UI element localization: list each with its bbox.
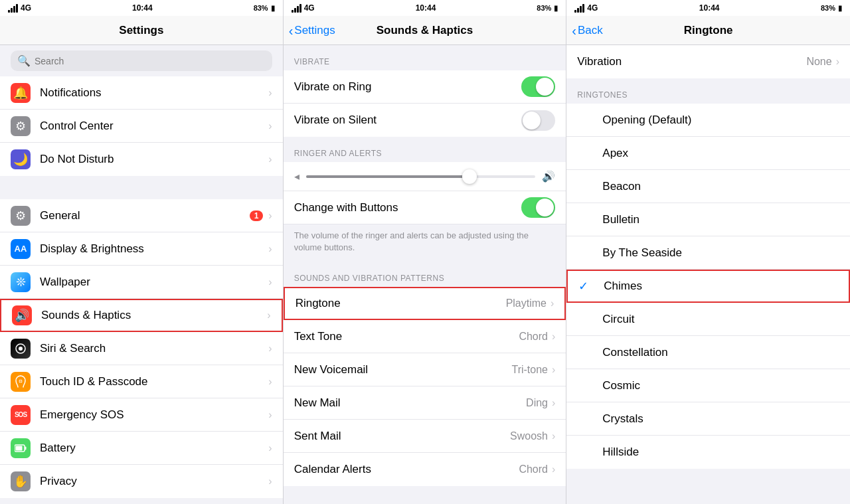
touch-id-chevron: › xyxy=(268,376,272,388)
sidebar-item-siri-search[interactable]: Siri & Search › xyxy=(0,332,283,365)
privacy-icon: ✋ xyxy=(11,471,31,491)
battery-icon-3: ▮ xyxy=(838,4,842,13)
sidebar-item-notifications[interactable]: 🔔 Notifications › xyxy=(0,76,283,110)
ringtone-item-chimes[interactable]: ✓ Chimes xyxy=(566,270,850,303)
sidebar-item-control-center[interactable]: ⚙ Control Center › xyxy=(0,110,283,143)
ringtone-label-circuit: Circuit xyxy=(602,313,839,326)
new-voicemail-label: New Voicemail xyxy=(294,363,512,377)
ringtone-item-bulletin[interactable]: Bulletin xyxy=(566,203,850,236)
ringtone-item-constellation[interactable]: Constellation xyxy=(566,336,850,369)
sounds-haptics-back-button[interactable]: ‹ Settings xyxy=(289,24,335,37)
ringer-section-label: RINGER AND ALERTS xyxy=(284,137,566,162)
ringtone-item-by-the-seaside[interactable]: By The Seaside xyxy=(566,236,850,270)
sounds-haptics-chevron: › xyxy=(267,309,270,321)
patterns-section-label: SOUNDS AND VIBRATION PATTERNS xyxy=(284,262,566,287)
ringtone-item-crystals[interactable]: Crystals xyxy=(566,402,850,436)
change-with-buttons-row[interactable]: Change with Buttons xyxy=(284,191,566,224)
new-mail-chevron: › xyxy=(552,397,555,409)
sidebar-item-wallpaper[interactable]: ❊ Wallpaper › xyxy=(0,266,283,299)
patterns-group: Ringtone Playtime › Text Tone Chord › Ne… xyxy=(284,287,566,486)
change-with-buttons-label: Change with Buttons xyxy=(294,201,398,214)
new-voicemail-chevron: › xyxy=(552,364,555,376)
general-icon: ⚙ xyxy=(11,206,31,226)
ringtone-item-hillside[interactable]: Hillside xyxy=(566,436,850,469)
ringtones-section-label: RINGTONES xyxy=(566,78,850,104)
ringer-slider-track[interactable] xyxy=(306,175,536,178)
general-badge: 1 xyxy=(250,210,264,221)
sounds-haptics-nav-bar: ‹ Settings Sounds & Haptics xyxy=(284,16,566,45)
ringtone-back-button[interactable]: ‹ Back xyxy=(572,24,602,37)
signal-icon xyxy=(8,4,18,13)
ringer-slider-row[interactable]: ◂ 🔊 xyxy=(284,162,566,191)
sounds-haptics-label: Sounds & Haptics xyxy=(41,309,267,322)
vibration-row[interactable]: Vibration None › xyxy=(566,45,850,78)
control-center-icon: ⚙ xyxy=(11,116,31,136)
settings-nav-bar: Settings xyxy=(0,16,283,45)
ringer-group: ◂ 🔊 Change with Buttons xyxy=(284,162,566,224)
wallpaper-chevron: › xyxy=(268,276,272,288)
battery-icon-1: ▮ xyxy=(271,4,275,13)
sidebar-item-sounds-haptics[interactable]: 🔊 Sounds & Haptics › xyxy=(0,299,283,332)
calendar-alerts-pattern-row[interactable]: Calendar Alerts Chord › xyxy=(284,453,566,486)
status-bar-2: 4G 10:44 83% ▮ xyxy=(284,0,566,16)
control-center-chevron: › xyxy=(268,120,272,132)
vibrate-on-silent-toggle[interactable] xyxy=(521,110,555,131)
calendar-alerts-value: Chord xyxy=(519,463,548,475)
notifications-label: Notifications xyxy=(40,86,268,100)
ringtone-label-chimes: Chimes xyxy=(604,280,838,293)
new-voicemail-pattern-row[interactable]: New Voicemail Tri-tone › xyxy=(284,353,566,386)
new-mail-value: Ding xyxy=(526,397,548,409)
emergency-sos-label: Emergency SOS xyxy=(40,408,268,422)
vibrate-section-label: VIBRATE xyxy=(284,45,566,70)
battery-pct-2: 83% xyxy=(537,4,551,12)
text-tone-label: Text Tone xyxy=(294,330,519,343)
ringtone-item-apex[interactable]: Apex xyxy=(566,137,850,170)
touch-id-label: Touch ID & Passcode xyxy=(40,375,268,388)
vibrate-on-silent-row[interactable]: Vibrate on Silent xyxy=(284,104,566,137)
wallpaper-label: Wallpaper xyxy=(40,276,268,289)
sent-mail-pattern-row[interactable]: Sent Mail Swoosh › xyxy=(284,420,566,453)
wallpaper-icon: ❊ xyxy=(11,272,31,292)
battery-label: Battery xyxy=(40,442,268,455)
sidebar-item-emergency-sos[interactable]: SOS Emergency SOS › xyxy=(0,398,283,432)
sidebar-item-display-brightness[interactable]: AA Display & Brightness › xyxy=(0,232,283,266)
do-not-disturb-label: Do Not Disturb xyxy=(40,153,268,166)
do-not-disturb-chevron: › xyxy=(268,153,272,165)
ringtone-label-constellation: Constellation xyxy=(602,346,839,359)
status-right-3: 83% ▮ xyxy=(821,4,842,13)
battery-icon-2: ▮ xyxy=(554,4,558,13)
text-tone-chevron: › xyxy=(552,331,555,343)
sidebar-item-privacy[interactable]: ✋ Privacy › xyxy=(0,465,283,498)
ringtone-item-circuit[interactable]: Circuit xyxy=(566,303,850,336)
emergency-sos-icon: SOS xyxy=(11,405,31,425)
search-input[interactable] xyxy=(35,56,266,66)
group-separator xyxy=(0,176,283,199)
ringtone-item-beacon[interactable]: Beacon xyxy=(566,170,850,203)
ringtone-back-label: Back xyxy=(578,24,603,37)
vibrate-on-ring-toggle[interactable] xyxy=(521,76,555,97)
sidebar-item-touch-id[interactable]: Touch ID & Passcode › xyxy=(0,365,283,398)
sidebar-item-battery[interactable]: Battery › xyxy=(0,432,283,465)
sent-mail-chevron: › xyxy=(552,430,555,442)
touch-id-icon xyxy=(11,372,31,392)
vibrate-group: Vibrate on Ring Vibrate on Silent xyxy=(284,70,566,137)
vibrate-on-ring-row[interactable]: Vibrate on Ring xyxy=(284,70,566,104)
new-mail-pattern-row[interactable]: New Mail Ding › xyxy=(284,386,566,420)
change-with-buttons-toggle[interactable] xyxy=(521,197,555,218)
vibration-label: Vibration xyxy=(577,55,806,68)
general-chevron: › xyxy=(268,210,272,222)
vibration-value: None xyxy=(806,56,831,68)
signal-icon-3 xyxy=(574,4,584,13)
sidebar-item-do-not-disturb[interactable]: 🌙 Do Not Disturb › xyxy=(0,143,283,176)
ringtone-item-opening-default[interactable]: Opening (Default) xyxy=(566,104,850,137)
new-voicemail-value: Tri-tone xyxy=(511,364,548,376)
ringer-slider-thumb[interactable] xyxy=(462,169,477,184)
ringtone-pattern-row[interactable]: Ringtone Playtime › xyxy=(284,287,566,320)
status-bar-1: 4G 10:44 83% ▮ xyxy=(0,0,283,16)
sidebar-item-general[interactable]: ⚙ General 1 › xyxy=(0,199,283,232)
ringtone-item-cosmic[interactable]: Cosmic xyxy=(566,369,850,402)
privacy-label: Privacy xyxy=(40,475,268,488)
text-tone-pattern-row[interactable]: Text Tone Chord › xyxy=(284,320,566,353)
status-bar-3: 4G 10:44 83% ▮ xyxy=(566,0,850,16)
vibration-group: Vibration None › xyxy=(566,45,850,78)
